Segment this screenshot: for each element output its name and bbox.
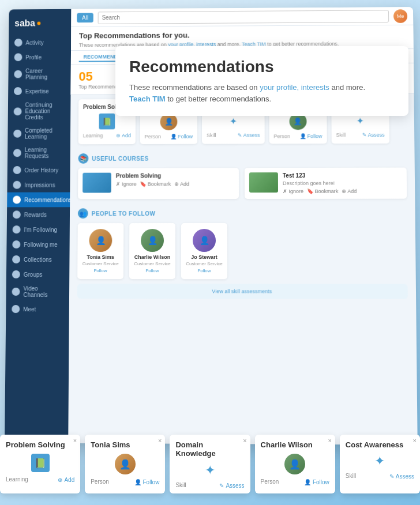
add-btn-1[interactable]: ⊕ Add xyxy=(174,181,189,187)
charlie-avatar: 👤 xyxy=(284,454,305,474)
person-item-jo: 👤 Jo Stewart Customer Service Follow xyxy=(181,223,227,279)
follow-icon-rec-2: 👤 xyxy=(299,133,306,139)
card-title-cost: Cost Awareness xyxy=(346,440,414,450)
course-item-problem-solving: Problem Solving ✗ Ignore 🔖 Bookmark ⊕ Ad… xyxy=(78,168,239,199)
jo-people-name: Jo Stewart xyxy=(186,254,223,260)
card-icon-tonia: 👤 xyxy=(91,454,159,474)
popup-title: Recommendations xyxy=(129,58,395,76)
sidebar-item-impressions[interactable]: Impressions xyxy=(7,178,70,193)
rec-item-action-4[interactable]: 👤 Follow xyxy=(299,133,322,139)
close-icon-4[interactable]: × xyxy=(328,437,331,444)
course-item-test123: Test 123 Description goes here! ✗ Ignore… xyxy=(245,168,407,199)
logo-dot xyxy=(38,22,41,25)
rec-item-type-5: Skill xyxy=(336,132,346,138)
add-icon: ⊕ xyxy=(58,477,62,483)
sidebar-item-profile[interactable]: Profile xyxy=(9,50,71,65)
charlie-people-role: Customer Service xyxy=(134,261,171,266)
expertise-icon xyxy=(14,87,22,95)
book-icon-rec: 📗 xyxy=(99,114,115,130)
rec-item-action-5[interactable]: ✎ Assess xyxy=(362,132,385,138)
tab-all[interactable]: All xyxy=(77,13,93,22)
close-icon[interactable]: × xyxy=(73,437,77,444)
sidebar-item-career-planning[interactable]: Career Planning xyxy=(8,65,71,84)
close-icon-2[interactable]: × xyxy=(158,437,162,444)
course-thumb-1 xyxy=(82,173,111,193)
view-all-button[interactable]: View all skill assessments xyxy=(212,288,272,294)
career-icon xyxy=(14,70,22,78)
book-icon: 📗 xyxy=(31,454,50,472)
course-name-1: Problem Solving xyxy=(116,172,234,179)
card-title-charlie: Charlie Wilson xyxy=(261,440,329,450)
course-name-2: Test 123 xyxy=(283,172,402,179)
useful-courses-title: USEFUL COURSES xyxy=(92,155,148,161)
user-avatar[interactable]: Me xyxy=(393,9,407,23)
sidebar-item-following-me[interactable]: Following me xyxy=(6,237,69,252)
tonia-avatar: 👤 xyxy=(115,454,136,474)
skill-assess-section: View all skill assessments xyxy=(77,284,408,299)
people-row: 👤 Tonia Sims Customer Service Follow 👤 C… xyxy=(69,221,416,284)
close-icon-3[interactable]: × xyxy=(243,437,246,444)
ignore-btn-1[interactable]: ✗ Ignore xyxy=(116,181,137,187)
card-action-3[interactable]: ✎ Assess xyxy=(219,483,244,489)
requests-icon xyxy=(13,149,21,157)
rewards-icon xyxy=(13,210,21,218)
popup-profile-link[interactable]: your profile, interests xyxy=(260,83,329,92)
people-section-icon: 👥 xyxy=(78,208,88,218)
card-type-4: Person xyxy=(261,478,279,485)
rec-item-action-1[interactable]: ⊕ Add xyxy=(116,133,131,138)
content-title: Top Recommendations for you. xyxy=(79,30,406,40)
sidebar-item-meet[interactable]: Meet xyxy=(6,302,69,316)
card-action-2[interactable]: 👤 Follow xyxy=(134,479,160,485)
assess-icon-2: ✎ xyxy=(389,473,394,480)
tonia-people-role: Customer Service xyxy=(82,261,119,266)
popup-teach-link[interactable]: Teach TIM xyxy=(129,95,166,103)
sidebar-item-expertise[interactable]: Expertise xyxy=(8,84,71,99)
bottom-card-charlie-wilson: × Charlie Wilson 👤 Person 👤 Follow xyxy=(255,435,335,493)
courses-row: Problem Solving ✗ Ignore 🔖 Bookmark ⊕ Ad… xyxy=(70,165,415,204)
sidebar-item-video-channels[interactable]: Video Channels xyxy=(6,282,69,302)
jo-people-role: Customer Service xyxy=(186,261,223,266)
recommendation-popup: Recommendations These recommendations ar… xyxy=(115,46,408,116)
sidebar-item-completed-learning[interactable]: Completed Learning xyxy=(7,124,70,144)
charlie-follow-button[interactable]: Follow xyxy=(134,268,171,273)
video-icon xyxy=(12,288,20,296)
bookmark-btn-2[interactable]: 🔖 Bookmark xyxy=(307,189,338,194)
card-footer-1: Learning ⊕ Add xyxy=(6,476,74,483)
sidebar-item-groups[interactable]: Groups xyxy=(6,267,70,282)
jo-follow-button[interactable]: Follow xyxy=(186,268,223,273)
add-btn-2[interactable]: ⊕ Add xyxy=(342,189,357,194)
close-icon-5[interactable]: × xyxy=(413,437,417,444)
assess-icon-rec: ✎ xyxy=(238,133,242,138)
sidebar-item-rewards[interactable]: Rewards xyxy=(7,207,70,222)
card-title-problem-solving: Problem Solving xyxy=(6,440,74,450)
sidebar-item-learning-requests[interactable]: Learning Requests xyxy=(7,143,70,163)
card-action-1[interactable]: ⊕ Add xyxy=(58,477,74,483)
search-input[interactable] xyxy=(98,10,389,24)
groups-icon xyxy=(12,270,20,278)
card-footer-3: Skill ✎ Assess xyxy=(175,481,244,489)
rec-item-type-2: Person xyxy=(145,134,161,140)
bottom-card-problem-solving: × Problem Solving 📗 Learning ⊕ Add xyxy=(0,435,80,493)
rec-item-footer-3: Skill ✎ Assess xyxy=(207,133,260,138)
ignore-btn-2[interactable]: ✗ Ignore xyxy=(283,189,303,194)
courses-section-icon: 📚 xyxy=(78,153,88,164)
sidebar-item-order-history[interactable]: Order History xyxy=(7,163,70,178)
card-action-4[interactable]: 👤 Follow xyxy=(304,479,329,485)
top-bar: All Me xyxy=(71,7,413,27)
bottom-card-tonia-sims: × Tonia Sims 👤 Person 👤 Follow xyxy=(85,435,165,493)
card-type-2: Person xyxy=(91,478,109,485)
sidebar-item-collections[interactable]: Collections xyxy=(6,252,69,267)
activity-icon xyxy=(14,39,22,47)
sidebar-item-activity[interactable]: Activity xyxy=(9,35,71,50)
card-action-5[interactable]: ✎ Assess xyxy=(389,473,414,480)
bookmark-btn-1[interactable]: 🔖 Bookmark xyxy=(140,181,171,187)
rec-item-action-2[interactable]: 👤 Follow xyxy=(170,134,193,140)
sidebar-item-im-following[interactable]: I'm Following xyxy=(7,222,70,237)
rec-item-action-3[interactable]: ✎ Assess xyxy=(238,133,260,138)
tonia-follow-button[interactable]: Follow xyxy=(82,268,119,273)
sidebar-item-recommendations[interactable]: Recommendations xyxy=(7,192,70,207)
card-type-1: Learning xyxy=(6,476,28,483)
rec-item-type-1: Learning xyxy=(83,133,103,138)
sidebar-item-continuing-education[interactable]: Continuing Education Credits xyxy=(8,98,71,124)
rec-item-footer-4: Person 👤 Follow xyxy=(273,133,322,139)
